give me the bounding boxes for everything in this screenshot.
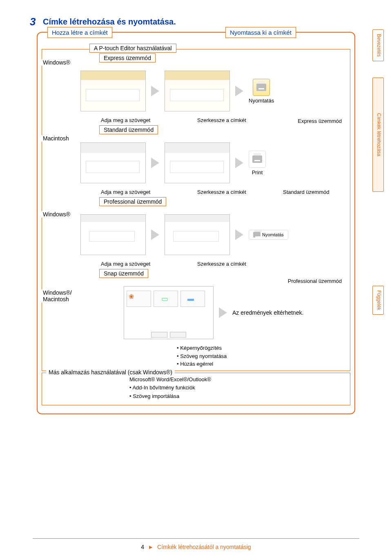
- screenshot-express-edit: [80, 71, 146, 111]
- label-editlabel2: Szerkessze a címkét: [197, 189, 246, 195]
- tag-ptouch: A P-touch Editor használatával: [89, 44, 176, 53]
- footer-rule: [33, 538, 359, 539]
- arrow-icon: [150, 86, 160, 96]
- screenshot-snap: [124, 286, 214, 339]
- footer-triangle-icon: ▶: [149, 544, 152, 550]
- arrow-icon: [218, 307, 228, 318]
- side-tabs: Bevezetés Címkék létrehozása Függelék: [372, 29, 384, 321]
- other-apps-head: Más alkalmazás használatával (csak Windo…: [46, 369, 175, 376]
- row-snap: Az eredmények eltérhetnek.: [42, 281, 350, 342]
- bullet-3: • Húzás egérrel: [177, 360, 350, 368]
- bullet-2: • Szöveg nyomtatása: [177, 352, 350, 360]
- arrow-icon: [150, 158, 160, 168]
- screenshot-standard-edit: [80, 142, 146, 183]
- tab-intro[interactable]: Bevezetés: [372, 29, 384, 61]
- arrow-icon: [234, 86, 245, 96]
- row-express: Nyomtatás: [42, 66, 350, 115]
- page-number: 4: [141, 544, 144, 550]
- other-apps-box: Más alkalmazás használatával (csak Windo…: [42, 373, 350, 405]
- row-standard: Print: [42, 138, 350, 187]
- tab-labels[interactable]: Címkék létrehozása: [372, 78, 384, 192]
- mode-professional: Professional üzemmód: [99, 197, 166, 206]
- other-line2: • Add-In bővítmény funkciók: [129, 384, 344, 392]
- ptouch-box: A P-touch Editor használatával Windows® …: [42, 49, 350, 371]
- label-addtext2: Adja meg a szöveget: [101, 189, 150, 195]
- section-title: Címke létrehozása és nyomtatása.: [43, 17, 176, 27]
- tab-appendix[interactable]: Függelék: [372, 286, 384, 315]
- print-icon-professional[interactable]: Nyomtatás: [249, 230, 288, 240]
- footer-text: Címkék létrehozásától a nyomtatásig: [157, 544, 251, 550]
- other-line3: • Szöveg importálása: [129, 392, 344, 401]
- os-windows: Windows®: [41, 59, 72, 66]
- page: 3 Címke létrehozása és nyomtatása. Bevez…: [0, 0, 392, 560]
- mode-standard: Standard üzemmód: [99, 125, 158, 134]
- print-label-pro: Nyomtatás: [262, 232, 284, 237]
- arrow-icon: [150, 229, 160, 240]
- screenshot-pro-edit: [80, 214, 146, 255]
- arrow-icon: [234, 158, 245, 168]
- main-box: Hozza létre a címkét Nyomtassa ki a címk…: [37, 32, 355, 414]
- label-addtext3: Adja meg a szöveget: [101, 261, 150, 267]
- print-icon-express[interactable]: Nyomtatás: [249, 79, 274, 104]
- bullet-1: • Képernyőrögzítés: [177, 344, 350, 352]
- results-text: Az eredmények eltérhetnek.: [232, 309, 303, 316]
- screenshot-pro-layout: [165, 214, 230, 255]
- print-label: Print: [252, 169, 263, 176]
- label-editlabel3: Szerkessze a címkét: [197, 261, 246, 267]
- print-label: Nyomtatás: [249, 98, 274, 104]
- tag-print: Nyomtassa ki a címkét: [225, 27, 296, 38]
- row-professional: Nyomtatás: [42, 209, 350, 258]
- screenshot-standard-layout: [165, 142, 230, 183]
- tag-create: Hozza létre a címkét: [47, 27, 112, 38]
- mode-express: Express üzemmód: [99, 53, 156, 62]
- screenshot-express-layout: [165, 71, 230, 111]
- label-editlabel: Szerkessze a címkét: [197, 117, 246, 123]
- mode-snap: Snap üzemmód: [99, 269, 148, 278]
- label-addtext: Adja meg a szöveget: [101, 117, 150, 123]
- print-icon-standard[interactable]: Print: [249, 151, 266, 176]
- arrow-icon: [234, 229, 245, 240]
- caption-standard-mode: Standard üzemmód: [283, 189, 329, 195]
- section-number: 3: [30, 16, 36, 28]
- footer: 4 ▶ Címkék létrehozásától a nyomtatásig: [0, 544, 392, 550]
- snap-bullets: • Képernyőrögzítés • Szöveg nyomtatása •…: [42, 342, 350, 368]
- other-line1: Microsoft® Word/Excel®/Outlook®: [129, 376, 344, 384]
